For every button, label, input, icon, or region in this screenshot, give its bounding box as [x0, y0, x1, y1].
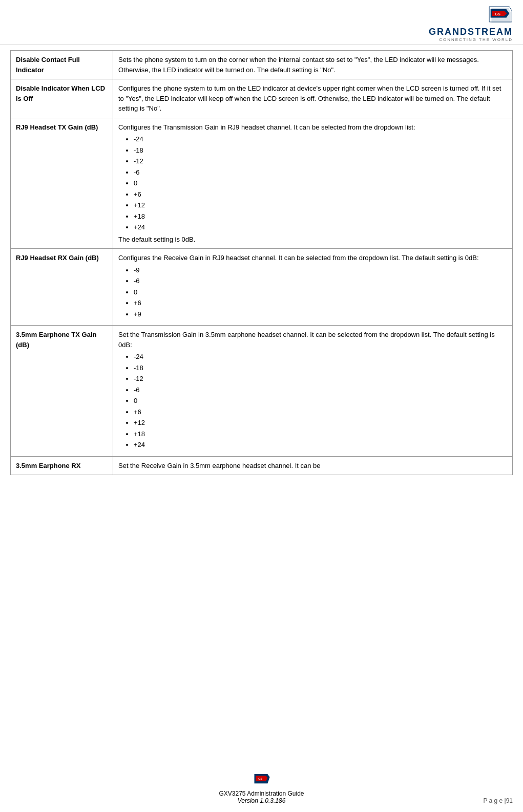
term-cell: Disable Indicator When LCD is Off	[11, 79, 113, 118]
definition-cell: Configures the Transmission Gain in RJ9 …	[113, 118, 513, 249]
list-item: -6	[134, 167, 507, 178]
list-item: +18	[134, 211, 507, 222]
list-item: 0	[134, 287, 507, 297]
svg-text:GS: GS	[495, 12, 500, 16]
term-cell: RJ9 Headset RX Gain (dB)	[11, 249, 113, 326]
list-item: +18	[134, 429, 507, 439]
definition-cell: Sets the phone system to turn on the cor…	[113, 51, 513, 79]
page-header: GS GRANDSTREAM CONNECTING THE WORLD	[0, 0, 523, 45]
definition-cell: Configures the phone system to turn on t…	[113, 79, 513, 118]
page-number: P a g e |91	[483, 797, 513, 804]
definition-intro: Set the Transmission Gain in 3.5mm earph…	[118, 331, 495, 349]
list-item: -24	[134, 134, 507, 144]
term-label: Disable Indicator When LCD is Off	[16, 84, 105, 102]
list-item: +12	[134, 418, 507, 428]
footer-logo: GS	[10, 773, 513, 787]
table-row: Disable Indicator When LCD is Off Config…	[11, 79, 513, 118]
list-item: -12	[134, 374, 507, 384]
page-footer: GS GXV3275 Administration Guide Version …	[0, 765, 523, 812]
definition-cell: Configures the Receive Gain in RJ9 heads…	[113, 249, 513, 326]
footer-version: Version 1.0.3.186	[10, 797, 513, 804]
table-row: 3.5mm Earphone RX Set the Receive Gain i…	[11, 456, 513, 475]
term-label: 3.5mm Earphone TX Gain (dB)	[16, 331, 97, 349]
list-item: +6	[134, 189, 507, 200]
definition-text: Set the Receive Gain in 3.5mm earphone h…	[118, 462, 321, 469]
list-item: -18	[134, 145, 507, 156]
term-label: 3.5mm Earphone RX	[16, 462, 80, 469]
list-item: -9	[134, 265, 507, 275]
list-item: -6	[134, 276, 507, 286]
list-item: +12	[134, 200, 507, 210]
footer-grandstream-icon: GS	[253, 773, 270, 787]
definition-cell: Set the Receive Gain in 3.5mm earphone h…	[113, 456, 513, 475]
list-item: +24	[134, 440, 507, 450]
list-item: 0	[134, 396, 507, 406]
term-label: RJ9 Headset RX Gain (dB)	[16, 254, 99, 262]
logo-area: GS GRANDSTREAM CONNECTING THE WORLD	[429, 5, 513, 42]
definition-cell: Set the Transmission Gain in 3.5mm earph…	[113, 326, 513, 457]
list-item: -6	[134, 385, 507, 395]
settings-table: Disable Contact Full Indicator Sets the …	[10, 50, 513, 475]
list-item: +24	[134, 222, 507, 232]
list-item: +6	[134, 407, 507, 417]
list-item: +6	[134, 298, 507, 308]
definition-list: -24-18-12-60+6+12+18+24	[118, 352, 507, 450]
definition-list: -9-60+6+9	[118, 265, 507, 319]
logo-brand-name: GRANDSTREAM	[429, 27, 513, 37]
list-item: +9	[134, 309, 507, 319]
grandstream-logo-icon: GS	[487, 5, 513, 26]
definition-intro: Configures the Transmission Gain in RJ9 …	[118, 123, 415, 131]
list-item: -18	[134, 363, 507, 373]
term-cell: 3.5mm Earphone TX Gain (dB)	[11, 326, 113, 457]
table-row: 3.5mm Earphone TX Gain (dB) Set the Tran…	[11, 326, 513, 457]
definition-text: Sets the phone system to turn on the cor…	[118, 56, 479, 74]
list-item: -24	[134, 352, 507, 362]
definition-list: -24-18-12-60+6+12+18+24	[118, 134, 507, 232]
term-cell: RJ9 Headset TX Gain (dB)	[11, 118, 113, 249]
term-cell: Disable Contact Full Indicator	[11, 51, 113, 79]
term-label: Disable Contact Full Indicator	[16, 56, 80, 74]
main-content: Disable Contact Full Indicator Sets the …	[0, 45, 523, 485]
table-row: Disable Contact Full Indicator Sets the …	[11, 51, 513, 79]
term-cell: 3.5mm Earphone RX	[11, 456, 113, 475]
footer-guide-title: GXV3275 Administration Guide	[10, 790, 513, 797]
table-row: RJ9 Headset RX Gain (dB) Configures the …	[11, 249, 513, 326]
logo-tagline: CONNECTING THE WORLD	[439, 37, 513, 42]
definition-text: Configures the phone system to turn on t…	[118, 84, 501, 112]
definition-outro: The default setting is 0dB.	[118, 236, 195, 243]
list-item: 0	[134, 178, 507, 188]
table-row: RJ9 Headset TX Gain (dB) Configures the …	[11, 118, 513, 249]
term-label: RJ9 Headset TX Gain (dB)	[16, 123, 98, 131]
list-item: -12	[134, 156, 507, 166]
svg-text:GS: GS	[258, 777, 262, 780]
definition-intro: Configures the Receive Gain in RJ9 heads…	[118, 254, 479, 262]
